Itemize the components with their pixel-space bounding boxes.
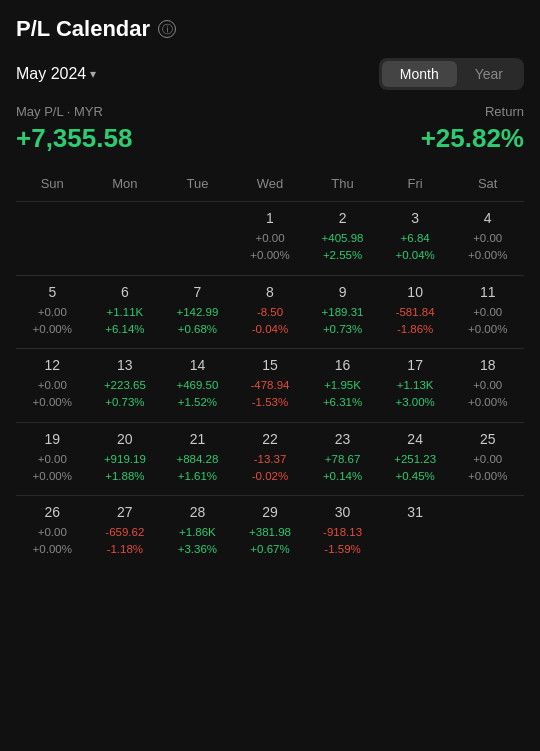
cell-pl-values: +6.84+0.04% xyxy=(395,230,434,265)
cal-cell-23: 23+78.67+0.14% xyxy=(306,422,379,496)
cal-cell-31: 31 xyxy=(379,495,452,569)
day-number: 20 xyxy=(117,431,133,447)
year-view-button[interactable]: Year xyxy=(457,61,521,87)
pl-percent: -1.53% xyxy=(250,394,289,411)
calendar-grid: 1+0.00+0.00%2+405.98+2.55%3+6.84+0.04%4+… xyxy=(16,201,524,569)
pl-amount: +223.65 xyxy=(104,377,146,394)
pl-amount: +0.00 xyxy=(33,451,72,468)
cell-pl-values: -659.62-1.18% xyxy=(105,524,144,559)
cell-pl-values: +0.00+0.00% xyxy=(33,524,72,559)
pl-amount: -918.13 xyxy=(323,524,362,541)
pl-percent: +0.67% xyxy=(249,541,291,558)
month-view-button[interactable]: Month xyxy=(382,61,457,87)
pl-percent: +1.88% xyxy=(104,468,146,485)
cal-cell-1: 1+0.00+0.00% xyxy=(234,201,307,275)
dropdown-arrow-icon: ▾ xyxy=(90,67,96,81)
controls-bar: May 2024 ▾ Month Year xyxy=(16,58,524,90)
day-number: 26 xyxy=(44,504,60,520)
day-number: 10 xyxy=(407,284,423,300)
cell-pl-values: +78.67+0.14% xyxy=(323,451,362,486)
day-number: 23 xyxy=(335,431,351,447)
month-selector[interactable]: May 2024 ▾ xyxy=(16,65,96,83)
cal-cell-2: 2+405.98+2.55% xyxy=(306,201,379,275)
day-header-fri: Fri xyxy=(379,170,452,197)
pl-percent: +0.00% xyxy=(468,247,507,264)
cal-cell-4: 4+0.00+0.00% xyxy=(451,201,524,275)
cell-pl-values: +223.65+0.73% xyxy=(104,377,146,412)
day-number: 9 xyxy=(339,284,347,300)
return-summary: Return +25.82% xyxy=(421,104,524,154)
day-number: 3 xyxy=(411,210,419,226)
day-number: 4 xyxy=(484,210,492,226)
pl-percent: +0.73% xyxy=(104,394,146,411)
cell-pl-values: +0.00+0.00% xyxy=(33,377,72,412)
day-header-thu: Thu xyxy=(306,170,379,197)
pl-percent: +0.00% xyxy=(33,468,72,485)
pl-amount: +0.00 xyxy=(468,230,507,247)
cell-pl-values: +1.11K+6.14% xyxy=(105,304,144,339)
pl-amount: +1.13K xyxy=(395,377,434,394)
pl-amount: +0.00 xyxy=(250,230,289,247)
pl-amount: -659.62 xyxy=(105,524,144,541)
cal-cell-14: 14+469.50+1.52% xyxy=(161,348,234,422)
pl-label: May P/L · MYR xyxy=(16,104,132,119)
pl-percent: +0.00% xyxy=(468,394,507,411)
summary-bar: May P/L · MYR +7,355.58 Return +25.82% xyxy=(16,104,524,154)
cal-cell-empty xyxy=(161,201,234,275)
cell-pl-values: +0.00+0.00% xyxy=(468,377,507,412)
pl-percent: +0.14% xyxy=(323,468,362,485)
pl-amount: +1.86K xyxy=(178,524,217,541)
pl-percent: -1.86% xyxy=(396,321,435,338)
pl-amount: +6.84 xyxy=(395,230,434,247)
cal-cell-22: 22-13.37-0.02% xyxy=(234,422,307,496)
pl-amount: +142.99 xyxy=(176,304,218,321)
day-number: 22 xyxy=(262,431,278,447)
pl-amount: +469.50 xyxy=(176,377,218,394)
day-header-sat: Sat xyxy=(451,170,524,197)
cell-pl-values: +405.98+2.55% xyxy=(322,230,364,265)
pl-percent: +0.00% xyxy=(468,468,507,485)
cell-pl-values: +0.00+0.00% xyxy=(250,230,289,265)
cal-cell-16: 16+1.95K+6.31% xyxy=(306,348,379,422)
cell-pl-values: +1.13K+3.00% xyxy=(395,377,434,412)
cell-pl-values: -581.84-1.86% xyxy=(396,304,435,339)
cell-pl-values: +919.19+1.88% xyxy=(104,451,146,486)
cal-cell-28: 28+1.86K+3.36% xyxy=(161,495,234,569)
pl-value: +7,355.58 xyxy=(16,123,132,154)
day-number: 24 xyxy=(407,431,423,447)
pl-percent: +3.36% xyxy=(178,541,217,558)
cal-cell-17: 17+1.13K+3.00% xyxy=(379,348,452,422)
pl-amount: +189.31 xyxy=(322,304,364,321)
cell-pl-values: +251.23+0.45% xyxy=(394,451,436,486)
cell-pl-values: +0.00+0.00% xyxy=(468,230,507,265)
day-number: 31 xyxy=(407,504,423,520)
day-number: 27 xyxy=(117,504,133,520)
pl-percent: +3.00% xyxy=(395,394,434,411)
day-headers: SunMonTueWedThuFriSat xyxy=(16,170,524,197)
day-header-tue: Tue xyxy=(161,170,234,197)
day-number: 7 xyxy=(194,284,202,300)
cal-cell-15: 15-478.94-1.53% xyxy=(234,348,307,422)
pl-amount: +0.00 xyxy=(33,377,72,394)
info-icon[interactable]: ⓘ xyxy=(158,20,176,38)
pl-amount: +919.19 xyxy=(104,451,146,468)
day-number: 8 xyxy=(266,284,274,300)
month-label: May 2024 xyxy=(16,65,86,83)
pl-amount: +405.98 xyxy=(322,230,364,247)
pl-percent: +0.00% xyxy=(33,541,72,558)
pl-amount: +1.95K xyxy=(323,377,362,394)
pl-percent: -1.59% xyxy=(323,541,362,558)
pl-percent: +0.00% xyxy=(468,321,507,338)
day-number: 29 xyxy=(262,504,278,520)
cell-pl-values: -8.50-0.04% xyxy=(252,304,288,339)
day-header-sun: Sun xyxy=(16,170,89,197)
pl-percent: +6.14% xyxy=(105,321,144,338)
day-number: 13 xyxy=(117,357,133,373)
pl-percent: +0.73% xyxy=(322,321,364,338)
cell-pl-values: +142.99+0.68% xyxy=(176,304,218,339)
pl-percent: +0.00% xyxy=(250,247,289,264)
page-title: P/L Calendar xyxy=(16,16,150,42)
cal-cell-21: 21+884.28+1.61% xyxy=(161,422,234,496)
pl-percent: +0.45% xyxy=(394,468,436,485)
cell-pl-values: -918.13-1.59% xyxy=(323,524,362,559)
